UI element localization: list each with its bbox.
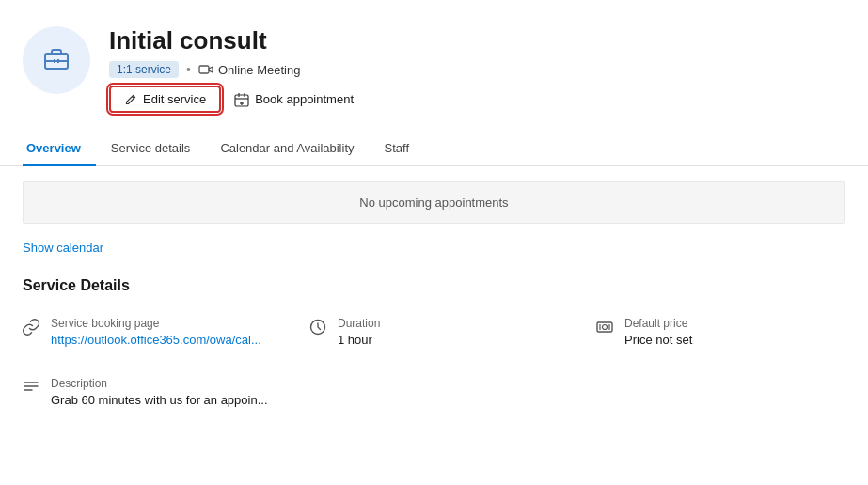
service-details-row-1: Service booking page https://outlook.off… [23,309,845,354]
duration-value: 1 hour [338,333,380,347]
price-content: Default price Price not set [624,317,692,347]
service-details-heading: Service Details [23,277,845,294]
price-value: Price not set [624,333,692,347]
description-icon [23,379,39,399]
booking-page-value[interactable]: https://outlook.office365.com/owa/cal... [51,333,261,347]
appointments-banner: No upcoming appointments [23,181,845,224]
pencil-icon [124,93,137,106]
price-icon [596,319,613,338]
description-label: Description [51,377,268,390]
service-details-row-2: Description Grab 60 minutes with us for … [23,369,845,415]
price-label: Default price [624,317,692,330]
header-badges: 1:1 service • Online Meeting [109,61,355,78]
clock-icon [309,319,326,338]
tab-overview[interactable]: Overview [23,132,96,166]
tab-calendar-availability[interactable]: Calendar and Availability [205,132,369,166]
detail-booking-page: Service booking page https://outlook.off… [23,309,272,354]
tab-staff[interactable]: Staff [370,132,425,166]
video-icon [198,62,213,77]
booking-page-label: Service booking page [51,317,261,330]
show-calendar-button[interactable]: Show calendar [23,237,103,258]
book-appointment-label: Book appointment [255,92,354,106]
edit-service-button[interactable]: Edit service [109,86,221,113]
link-icon [23,319,39,338]
badge-separator: • [186,62,191,77]
detail-description: Description Grab 60 minutes with us for … [23,369,845,415]
page-title: Initial consult [109,26,355,55]
calendar-add-icon [234,92,249,107]
svg-rect-4 [199,66,209,73]
tab-service-details[interactable]: Service details [96,132,206,166]
nav-tabs: Overview Service details Calendar and Av… [0,132,868,166]
edit-service-label: Edit service [143,92,206,106]
svg-point-13 [603,325,608,330]
no-appointments-text: No upcoming appointments [359,196,508,210]
header-actions: Edit service Book appointment [109,86,355,113]
online-meeting-label: Online Meeting [218,63,300,77]
duration-label: Duration [338,317,380,330]
book-appointment-button[interactable]: Book appointment [232,87,355,112]
booking-page-content: Service booking page https://outlook.off… [51,317,261,347]
online-meeting-badge: Online Meeting [198,62,300,77]
duration-content: Duration 1 hour [338,317,380,347]
content-area: No upcoming appointments Show calendar S… [0,166,868,445]
detail-duration: Duration 1 hour [309,309,559,354]
avatar [23,26,90,94]
description-content: Description Grab 60 minutes with us for … [51,377,268,407]
header: Initial consult 1:1 service • Online Mee… [0,0,868,113]
briefcase-icon [41,44,71,77]
header-info: Initial consult 1:1 service • Online Mee… [109,23,355,113]
service-badge: 1:1 service [109,61,179,78]
description-value: Grab 60 minutes with us for an appoin... [51,393,268,407]
detail-price: Default price Price not set [596,309,845,354]
